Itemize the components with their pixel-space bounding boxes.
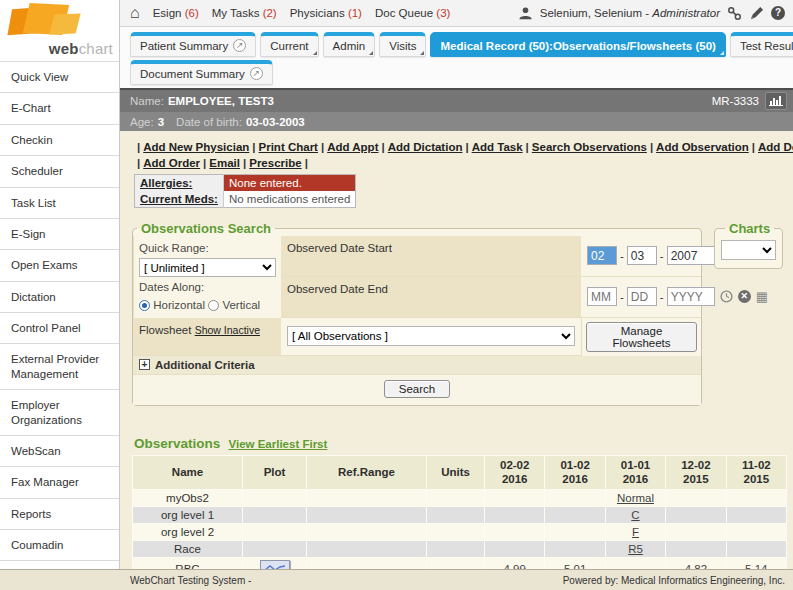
obs-ref-range	[307, 506, 427, 523]
charts-panel: Charts	[714, 221, 783, 269]
end-month-input[interactable]	[587, 287, 617, 306]
start-year-input[interactable]	[667, 246, 715, 265]
quick-range-select[interactable]: [ Unlimited ]	[139, 258, 276, 277]
obs-value-link[interactable]: R5	[628, 543, 643, 555]
sidebar-item-control-panel[interactable]: Control Panel	[0, 313, 119, 344]
physicians-count-badge: (1)	[348, 7, 362, 19]
tab-admin[interactable]: Admin	[323, 32, 376, 57]
additional-criteria-toggle[interactable]: + Additional Criteria	[133, 356, 701, 375]
obs-value-link[interactable]: Normal	[617, 492, 654, 504]
add-new-physician-link[interactable]: Add New Physician	[143, 141, 249, 153]
sidebar-item-external-provider-management[interactable]: External Provider Management	[0, 344, 119, 390]
sidebar-item-scheduler[interactable]: Scheduler	[0, 156, 119, 187]
col-header-ref-range: Ref.Range	[307, 455, 427, 489]
print-chart-link[interactable]: Print Chart	[259, 141, 318, 153]
obs-name: org level 2	[133, 523, 243, 540]
webchart-logo[interactable]: webchart	[0, 0, 119, 62]
dates-along-vertical-radio[interactable]	[208, 300, 219, 311]
col-header-name: Name	[133, 455, 243, 489]
search-observations-link[interactable]: Search Observations	[532, 141, 647, 153]
top-toolbar: ⌂ Esign (6) My Tasks (2) Physicians (1) …	[120, 0, 793, 27]
show-inactive-link[interactable]: Show Inactive	[195, 324, 260, 336]
manage-flowsheets-button[interactable]: Manage Flowsheets	[586, 322, 697, 352]
age-label: Age:	[130, 116, 154, 128]
tab-patient-summary[interactable]: Patient Summary ↗	[130, 32, 256, 57]
tab-visits[interactable]: Visits	[379, 32, 426, 57]
sidebar-item-task-list[interactable]: Task List	[0, 188, 119, 219]
add-task-link[interactable]: Add Task	[472, 141, 523, 153]
add-document-link[interactable]: Add Document	[758, 141, 793, 153]
current-meds-link[interactable]: Current Meds:	[140, 193, 218, 205]
doc-queue-count-badge: (3)	[436, 7, 450, 19]
dates-along-options: Horizontal Vertical	[139, 297, 276, 314]
view-earliest-first-link[interactable]: View Earliest First	[228, 438, 327, 450]
tab-document-summary[interactable]: Document Summary ↗	[130, 60, 273, 85]
col-header-date-4: 12-022015	[666, 455, 726, 489]
obs-value-link[interactable]: C	[631, 509, 639, 521]
sidebar-item-quick-view[interactable]: Quick View	[0, 62, 119, 93]
sidebar-item-checkin[interactable]: Checkin	[0, 125, 119, 156]
edit-pencil-icon[interactable]	[749, 6, 764, 21]
sidebar-item-e-chart[interactable]: E-Chart	[0, 93, 119, 124]
name-label: Name:	[130, 95, 164, 107]
add-dictation-link[interactable]: Add Dictation	[388, 141, 463, 153]
tab-test-results[interactable]: Test Results	[730, 32, 793, 57]
obs-units	[427, 540, 485, 557]
sidebar-item-coumadin[interactable]: Coumadin	[0, 530, 119, 561]
page-footer: WebChart Testing System - Powered by: Me…	[0, 569, 793, 590]
clear-date-icon[interactable]: ✕	[738, 290, 751, 303]
allergies-link[interactable]: Allergies:	[140, 177, 192, 189]
nav-doc-queue[interactable]: Doc Queue (3)	[375, 7, 450, 19]
end-year-input[interactable]	[667, 287, 715, 306]
nav-esign[interactable]: Esign (6)	[153, 7, 199, 19]
tab-menu-indicator-icon	[720, 51, 724, 55]
sidebar-item-webscan[interactable]: WebScan	[0, 436, 119, 467]
nav-my-tasks[interactable]: My Tasks (2)	[212, 7, 277, 19]
patient-charts-button[interactable]	[765, 92, 787, 110]
bar-chart-icon	[769, 95, 783, 106]
dates-along-horizontal-radio[interactable]	[139, 300, 150, 311]
tab-medical-record-observations[interactable]: Medical Record (50):Observations/Flowshe…	[430, 32, 725, 57]
nav-physicians[interactable]: Physicians (1)	[290, 7, 362, 19]
email-link[interactable]: Email	[209, 157, 240, 169]
home-icon[interactable]: ⌂	[130, 5, 140, 21]
observed-date-start-fields: - - ✕ ▦	[581, 236, 701, 277]
tab-current[interactable]: Current	[260, 32, 318, 57]
search-button[interactable]: Search	[384, 380, 450, 398]
sidebar-item-e-sign[interactable]: E-Sign	[0, 219, 119, 250]
expand-plus-icon[interactable]: +	[139, 359, 150, 370]
open-tab-icon[interactable]: ↗	[250, 67, 263, 80]
open-tab-icon[interactable]: ↗	[233, 39, 246, 52]
add-order-link[interactable]: Add Order	[143, 157, 200, 169]
patient-subheader: Age: 3 Date of birth: 03-03-2003	[120, 112, 793, 131]
charts-select[interactable]	[721, 240, 776, 260]
sidebar-item-open-exams[interactable]: Open Exams	[0, 250, 119, 281]
add-observation-link[interactable]: Add Observation	[656, 141, 749, 153]
obs-plot-cell	[243, 506, 307, 523]
observed-date-start-label: Observed Date Start	[281, 236, 581, 277]
sidebar-item-fax-manager[interactable]: Fax Manager	[0, 467, 119, 498]
col-header-date-1: 02-022016	[485, 455, 545, 489]
time-icon[interactable]	[720, 290, 733, 303]
calendar-icon[interactable]: ▦	[756, 290, 768, 303]
sidebar-item-reports[interactable]: Reports	[0, 499, 119, 530]
add-appt-link[interactable]: Add Appt	[327, 141, 378, 153]
sidebar-item-dictation[interactable]: Dictation	[0, 282, 119, 313]
tab-menu-indicator-icon	[369, 51, 373, 55]
sidebar-item-employer-organizations[interactable]: Employer Organizations	[0, 390, 119, 436]
flowsheet-label: Flowsheet Show Inactive	[133, 318, 281, 356]
prescribe-link[interactable]: Prescribe	[249, 157, 301, 169]
flowsheet-select[interactable]: [ All Observations ]	[287, 326, 575, 346]
end-day-input[interactable]	[627, 287, 657, 306]
sidebar: webchart Quick View E-Chart Checkin Sche…	[0, 0, 120, 590]
help-icon[interactable]: ?	[771, 6, 785, 20]
link-icon[interactable]	[727, 6, 742, 21]
quick-range-cell: Quick Range: [ Unlimited ] Dates Along: …	[133, 236, 281, 318]
start-day-input[interactable]	[627, 246, 657, 265]
obs-value-link[interactable]: F	[632, 526, 639, 538]
charts-title: Charts	[725, 221, 774, 236]
start-month-input[interactable]	[587, 246, 617, 265]
table-row-org-level-1: org level 1 C	[133, 506, 787, 523]
user-menu[interactable]: Selenium, Selenium - Administrator	[540, 7, 720, 19]
col-header-units: Units	[427, 455, 485, 489]
